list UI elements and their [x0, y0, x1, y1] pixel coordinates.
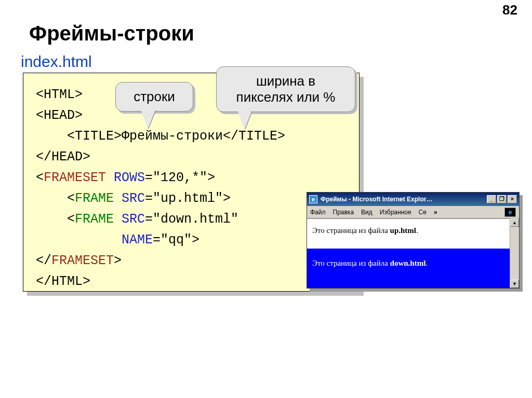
code-text	[106, 170, 114, 185]
page-number: 82	[502, 2, 517, 18]
code-text: ="120,*">	[145, 170, 215, 185]
code-text: <	[36, 170, 44, 185]
code-tag: FRAME	[75, 191, 114, 206]
code-text: <	[36, 191, 75, 206]
code-text: ="qq">	[153, 232, 200, 248]
menu-edit[interactable]: Правка	[333, 209, 354, 216]
code-text: ="up.html">	[145, 191, 231, 206]
code-text: <HTML>	[36, 87, 83, 102]
code-text	[114, 191, 122, 206]
callout-rows: строки	[115, 82, 193, 112]
code-text	[36, 232, 122, 248]
code-text: </HTML>	[36, 274, 90, 289]
frame-up-text: Это страница из файла	[312, 226, 390, 235]
close-button[interactable]: ×	[508, 195, 517, 203]
file-label: index.html	[21, 53, 92, 71]
menu-file[interactable]: Файл	[310, 209, 326, 216]
code-text: >	[114, 253, 122, 268]
code-text: ="down.html"	[145, 212, 238, 227]
window-title: Фреймы - Microsoft Internet Explor…	[321, 196, 486, 203]
frame-down-dot: .	[425, 259, 428, 267]
minimize-button[interactable]: _	[487, 195, 496, 203]
maximize-button[interactable]: ❐	[497, 195, 507, 203]
code-text: </HEAD>	[36, 149, 90, 164]
code-tag: FRAME	[75, 212, 114, 227]
frame-down-content: Это страница из файла down.html.	[307, 249, 519, 288]
scrollbar-vertical[interactable]: ▲ ▼	[510, 218, 519, 288]
code-attr: NAME	[122, 232, 153, 248]
browser-menubar: Файл Правка Вид Избранное Се » e	[307, 206, 519, 218]
callout-tail	[237, 111, 252, 129]
code-text: Фреймы-строки	[122, 129, 223, 144]
callout-text: ширина в пикселях или %	[236, 73, 336, 105]
code-text	[114, 212, 122, 227]
menu-view[interactable]: Вид	[361, 209, 373, 216]
code-text: <	[36, 212, 75, 227]
code-text: <HEAD>	[36, 108, 83, 123]
code-keyword: FRAMESET	[51, 253, 114, 268]
scroll-up-icon[interactable]: ▲	[510, 218, 519, 227]
code-attr: SRC	[122, 191, 145, 206]
frame-up-content: Это страница из файла up.html.	[307, 218, 519, 249]
browser-titlebar: e Фреймы - Microsoft Internet Explor… _ …	[307, 193, 519, 206]
code-text: </TITLE>	[223, 129, 285, 144]
code-attr: SRC	[122, 212, 145, 227]
callout-tail	[141, 110, 155, 129]
frame-up-dot: .	[416, 226, 418, 235]
frame-down-text: Это страница из файла	[312, 259, 390, 267]
ie-logo-icon: e	[504, 208, 516, 217]
code-text: </	[36, 253, 51, 268]
menu-service[interactable]: Се	[419, 209, 427, 216]
menu-favorites[interactable]: Избранное	[380, 209, 411, 216]
callout-width: ширина в пикселях или %	[216, 66, 355, 112]
menu-overflow-icon[interactable]: »	[434, 209, 437, 216]
code-text: <TITLE>	[36, 129, 122, 144]
frame-up-filename: up.html	[390, 226, 416, 235]
callout-text: строки	[134, 89, 175, 104]
scroll-down-icon[interactable]: ▼	[510, 280, 519, 288]
ie-icon: e	[309, 195, 317, 203]
code-keyword: FRAMESET	[44, 170, 106, 185]
slide-title: Фреймы-строки	[29, 22, 194, 45]
frame-down-filename: down.html	[390, 259, 426, 267]
browser-window: e Фреймы - Microsoft Internet Explor… _ …	[307, 192, 520, 289]
code-attr: ROWS	[114, 170, 145, 185]
